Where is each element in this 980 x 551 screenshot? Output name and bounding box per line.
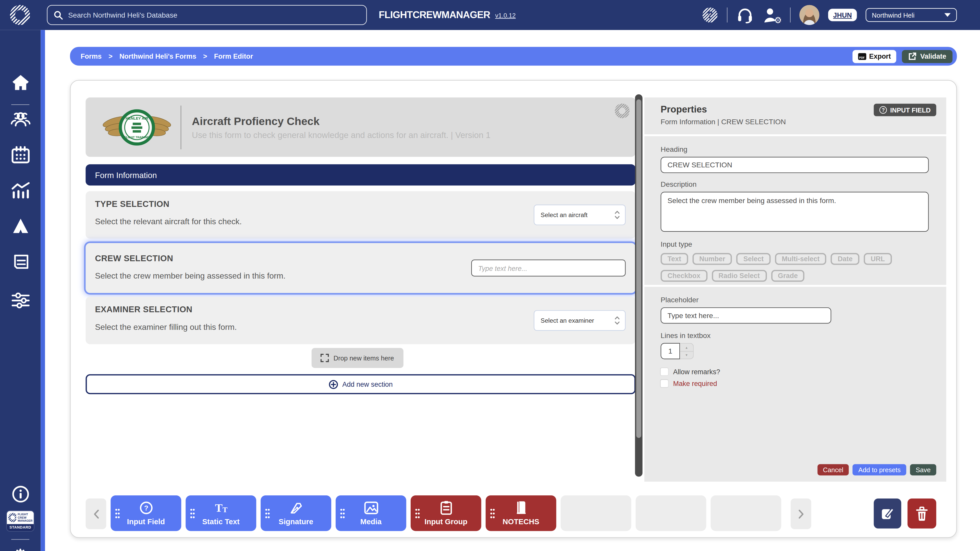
sidebar-item-preferences[interactable] [0, 291, 41, 310]
toolbar-item-signature[interactable]: Signature [261, 495, 331, 531]
stepper-up-button[interactable]: ▲ [680, 344, 693, 351]
user-initials-badge[interactable]: JHUN [828, 9, 857, 21]
sidebar-item-settings[interactable]: ⚙ [0, 546, 41, 551]
sidebar-item-forms[interactable] [0, 254, 41, 270]
user-avatar[interactable] [799, 5, 819, 25]
header-divider [181, 105, 181, 149]
form-item-examiner-selection[interactable]: EXAMINER SELECTION Select the examiner f… [86, 297, 636, 344]
input-type-date[interactable]: Date [831, 253, 859, 265]
add-new-section-button[interactable]: Add new section [86, 374, 636, 394]
toolbar-item-notechs[interactable]: NOTECHS [486, 495, 556, 531]
lines-count-input[interactable] [661, 343, 680, 359]
fcm-logo-icon [8, 513, 16, 522]
stepper-down-button[interactable]: ▼ [680, 351, 693, 359]
toolbar-scroll-right-button[interactable] [791, 499, 811, 529]
crew-group-icon [10, 110, 30, 127]
canvas-scrollbar-thumb[interactable] [636, 99, 641, 438]
input-type-text[interactable]: Text [661, 253, 688, 265]
search-input[interactable] [68, 11, 343, 19]
home-icon [11, 74, 30, 91]
drag-handle-icon[interactable] [190, 508, 195, 518]
section-header-form-information[interactable]: Form Information [86, 164, 636, 186]
heading-input[interactable] [661, 157, 929, 173]
lines-in-textbox-label: Lines in textbox [661, 332, 936, 339]
add-to-presets-button[interactable]: Add to presets [853, 464, 906, 475]
make-required-checkbox[interactable] [661, 380, 668, 387]
version-link[interactable]: v1.0.12 [495, 11, 515, 18]
drop-target-icon [320, 354, 329, 362]
drop-new-items-zone[interactable]: Drop new items here [311, 348, 403, 368]
validate-button[interactable]: Validate [902, 50, 953, 63]
sidebar-item-analytics[interactable] [0, 182, 41, 200]
save-button[interactable]: Save [910, 464, 936, 475]
form-item-type-selection[interactable]: TYPE SELECTION Select the relevant aircr… [86, 191, 636, 238]
export-button[interactable]: PDF Export [852, 50, 896, 63]
sidebar-item-home[interactable] [0, 74, 41, 91]
svg-text:?: ? [707, 10, 713, 21]
toolbar-empty-slot [711, 495, 781, 531]
drag-handle-icon[interactable] [115, 508, 120, 518]
toolbar-item-static-text[interactable]: T T Static Text [186, 495, 256, 531]
help-circle-icon: ? [880, 106, 887, 114]
input-type-checkbox[interactable]: Checkbox [661, 270, 708, 282]
sidebar-item-info[interactable] [0, 486, 41, 503]
toolbar-item-input-group[interactable]: Input Group [410, 495, 481, 531]
aircraft-select[interactable]: Select an aircraft [534, 205, 625, 225]
sidebar-item-crew[interactable] [0, 110, 41, 127]
breadcrumb-org-forms[interactable]: Northwind Heli's Forms [119, 52, 196, 60]
drag-handle-icon[interactable] [490, 508, 495, 518]
section-title: Form Information [95, 170, 157, 179]
examiner-select[interactable]: Select an examiner [534, 310, 625, 331]
help-icon[interactable]: ? [702, 7, 718, 23]
toolbar-item-input-field[interactable]: ? Input Field [110, 495, 181, 531]
input-type-number[interactable]: Number [692, 253, 732, 265]
support-headset-icon[interactable] [736, 6, 754, 24]
toolbar-scroll-left-button[interactable] [86, 499, 107, 529]
pen-nib-icon [289, 501, 303, 514]
drag-handle-icon[interactable] [340, 508, 345, 518]
logo-subtitle-text: FLIGHT TRAINING [124, 135, 149, 138]
henley-air-logo: HENLEY AIR FLIGHT TRAINING [102, 108, 172, 146]
select-chevrons-icon [614, 316, 620, 325]
form-title: Aircraft Profiency Check [192, 114, 490, 127]
edit-mode-button[interactable] [874, 499, 901, 529]
input-type-multi-select[interactable]: Multi-select [775, 253, 826, 265]
description-textarea[interactable]: Select the crew member being assessed in… [661, 192, 929, 232]
organisation-dropdown[interactable]: Northwind Heli [865, 8, 957, 22]
form-header-card: HENLEY AIR FLIGHT TRAINING Aircraft Prof… [86, 97, 636, 157]
allow-remarks-label: Allow remarks? [673, 368, 720, 375]
input-type-radio-select[interactable]: Radio Select [711, 270, 767, 282]
placeholder-input[interactable] [661, 307, 832, 324]
breadcrumb-forms[interactable]: Forms [81, 52, 102, 60]
form-item-crew-selection[interactable]: CREW SELECTION Select the crew member be… [86, 243, 636, 293]
heading-label: Heading [661, 146, 936, 153]
sidebar-item-flights[interactable] [0, 218, 41, 235]
user-settings-icon[interactable]: ⚙ [762, 6, 781, 24]
properties-title: Properties [661, 104, 707, 114]
crew-text-input[interactable] [471, 260, 626, 276]
cancel-button[interactable]: Cancel [817, 464, 849, 475]
aircraft-select-label: Select an aircraft [541, 211, 587, 218]
delete-button[interactable] [907, 499, 936, 529]
placeholder-label: Placeholder [661, 296, 936, 303]
toolbar-item-media[interactable]: Media [336, 495, 406, 531]
select-chevrons-icon [614, 210, 620, 220]
global-search[interactable] [47, 5, 367, 25]
drag-handle-icon[interactable] [265, 508, 270, 518]
badge-standard-label: STANDARD [7, 524, 34, 531]
topbar-divider [790, 7, 791, 22]
input-type-select[interactable]: Select [737, 253, 770, 265]
plus-circle-icon [328, 380, 338, 389]
canvas-scrollbar[interactable] [635, 94, 642, 477]
drag-handle-icon[interactable] [415, 508, 420, 518]
allow-remarks-checkbox[interactable] [661, 368, 668, 375]
sliders-icon [11, 291, 30, 310]
add-section-label: Add new section [342, 380, 393, 388]
input-type-url[interactable]: URL [864, 253, 892, 265]
input-type-grade[interactable]: Grade [771, 270, 805, 282]
properties-breadcrumb: Form Information | CREW SELECTION [661, 118, 936, 125]
svg-text:?: ? [144, 504, 148, 512]
sidebar-item-calendar[interactable] [0, 146, 41, 164]
app-logo-icon [10, 4, 30, 25]
sidebar-divider [11, 539, 29, 540]
